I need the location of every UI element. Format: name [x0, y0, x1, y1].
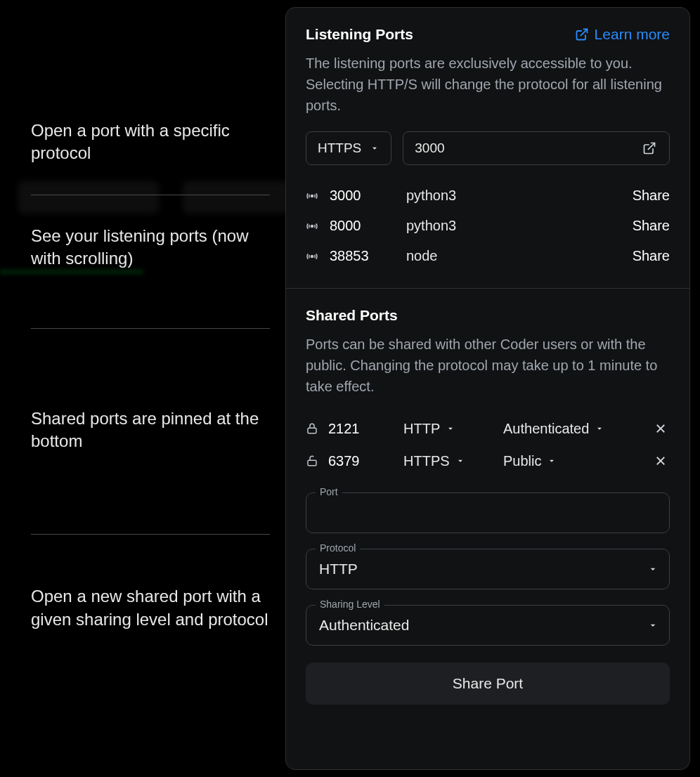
learn-more-link[interactable]: Learn more [575, 26, 670, 43]
new-protocol-value: HTTP [319, 561, 358, 577]
annotation-text: Open a new shared port with a given shar… [31, 585, 270, 631]
shared-port-row: 6379 HTTPS Public [306, 445, 670, 477]
chevron-down-icon [547, 456, 557, 466]
chevron-down-icon [595, 424, 604, 433]
listening-protocol-value: HTTPS [318, 141, 361, 156]
shared-port-row: 2121 HTTP Authenticated [306, 412, 670, 445]
broadcast-icon [306, 250, 320, 263]
shared-level-value: Public [503, 453, 541, 469]
remove-shared-port-button[interactable] [652, 452, 670, 470]
shared-ports-title: Shared Ports [306, 307, 398, 324]
new-level-field-group: Sharing Level Authenticated [306, 605, 670, 646]
shared-ports-section: Shared Ports Ports can be shared with ot… [286, 288, 689, 722]
new-level-value: Authenticated [319, 617, 409, 634]
external-link-icon [642, 141, 656, 155]
share-button[interactable]: Share [633, 248, 670, 264]
shared-ports-list: 2121 HTTP Authenticated [306, 412, 670, 477]
shared-protocol-value: HTTPS [403, 453, 450, 469]
shared-port-number: 2121 [328, 421, 395, 437]
shared-port-number: 6379 [328, 453, 395, 469]
broadcast-icon [306, 190, 320, 202]
shared-level-value: Authenticated [503, 421, 589, 437]
shared-protocol-value: HTTP [403, 421, 440, 437]
svg-line-1 [648, 143, 654, 150]
port-process: python3 [406, 188, 623, 204]
svg-point-4 [311, 255, 313, 257]
listening-port-row: 3000 python3 Share [306, 181, 670, 211]
lock-closed-icon [306, 422, 320, 435]
svg-point-2 [311, 195, 313, 197]
listening-protocol-select[interactable]: HTTPS [306, 131, 391, 165]
share-button[interactable]: Share [633, 188, 670, 204]
broadcast-icon [306, 220, 320, 233]
new-port-input[interactable] [306, 492, 670, 533]
shared-level-select[interactable]: Authenticated [503, 421, 643, 437]
shared-protocol-select[interactable]: HTTP [403, 421, 495, 437]
shared-ports-description: Ports can be shared with other Coder use… [306, 334, 670, 397]
close-icon [654, 422, 667, 435]
port-process: python3 [406, 218, 623, 234]
listening-ports-section: Listening Ports Learn more The listening… [286, 8, 689, 288]
port-label: Port [316, 486, 342, 497]
port-open-field[interactable] [403, 131, 670, 165]
listening-ports-list: 3000 python3 Share 8000 python3 Share 38… [306, 181, 670, 271]
svg-rect-8 [308, 460, 316, 466]
listening-ports-title: Listening Ports [306, 26, 413, 43]
lock-open-icon [306, 455, 320, 467]
port-number: 38853 [330, 248, 396, 264]
open-port-button[interactable] [640, 138, 659, 158]
share-port-submit-button[interactable]: Share Port [306, 662, 670, 705]
sharing-level-label: Sharing Level [316, 599, 384, 610]
new-level-select[interactable]: Authenticated [306, 605, 670, 646]
protocol-label: Protocol [316, 542, 360, 554]
share-button[interactable]: Share [633, 218, 670, 234]
close-icon [654, 455, 667, 467]
new-port-field-group: Port [306, 492, 670, 533]
chevron-down-icon [446, 424, 455, 433]
listening-port-row: 38853 node Share [306, 241, 670, 271]
learn-more-label: Learn more [595, 26, 670, 43]
external-link-icon [575, 27, 589, 41]
annotation-text: Shared ports are pinned at the bottom [31, 407, 270, 453]
remove-shared-port-button[interactable] [652, 419, 670, 438]
annotation-text: Open a port with a specific protocol [31, 119, 270, 165]
new-protocol-field-group: Protocol HTTP [306, 549, 670, 589]
svg-line-0 [581, 30, 587, 36]
annotation-list: Open a port with a specific protocol See… [31, 119, 270, 631]
shared-level-select[interactable]: Public [503, 453, 643, 469]
port-process: node [406, 248, 623, 264]
chevron-down-icon [455, 456, 465, 466]
port-number: 3000 [330, 188, 396, 204]
new-protocol-select[interactable]: HTTP [306, 549, 670, 589]
annotation-text: See your listening ports (now with scrol… [31, 225, 270, 270]
listening-ports-description: The listening ports are exclusively acce… [306, 53, 670, 116]
ports-panel: Listening Ports Learn more The listening… [285, 7, 690, 770]
svg-point-3 [311, 225, 313, 227]
listening-port-row: 8000 python3 Share [306, 211, 670, 241]
port-number: 8000 [330, 218, 396, 234]
svg-rect-5 [308, 428, 316, 433]
chevron-down-icon [370, 143, 380, 153]
port-open-input[interactable] [415, 132, 640, 164]
shared-protocol-select[interactable]: HTTPS [403, 453, 495, 469]
